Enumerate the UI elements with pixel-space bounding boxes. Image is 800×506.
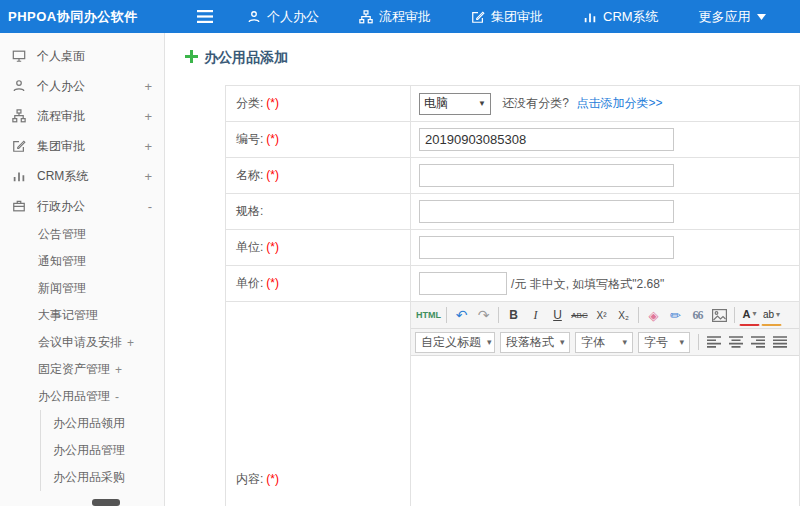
field-label-code: 编号:(*) <box>226 122 411 158</box>
category-selected-value: 电脑 <box>424 95 448 112</box>
nav-label: 更多应用 <box>699 8 751 26</box>
caret-down-icon <box>757 14 766 20</box>
expand-toggle[interactable]: + <box>144 79 152 94</box>
sidebar-item-supplies-management[interactable]: 办公用品管理 <box>41 437 164 464</box>
highlight-color-button[interactable]: ab <box>761 305 782 326</box>
sidebar-item-supplies-requisition[interactable]: 办公用品领用 <box>41 410 164 437</box>
sidebar-item-news-mgmt[interactable]: 新闻管理 <box>0 275 164 302</box>
required-marker: (*) <box>266 132 279 146</box>
sidebar-item-notice-mgmt[interactable]: 通知管理 <box>0 248 164 275</box>
font-size-select[interactable]: 字号 <box>638 332 690 353</box>
expand-toggle[interactable]: + <box>115 363 122 377</box>
nav-workflow-approval[interactable]: 流程审批 <box>359 8 431 26</box>
nav-crm-system[interactable]: CRM系统 <box>583 8 659 26</box>
superscript-button[interactable]: X² <box>591 305 612 326</box>
sidebar-item-label: 通知管理 <box>38 253 86 270</box>
font-family-select[interactable]: 字体 <box>575 332 633 353</box>
name-input[interactable] <box>419 164 674 187</box>
paragraph-format-select[interactable]: 段落格式 <box>500 332 570 353</box>
flow-icon <box>12 108 28 124</box>
sidebar-item-announcement-mgmt[interactable]: 公告管理 <box>0 221 164 248</box>
sidebar-item-label: 办公用品领用 <box>53 415 125 432</box>
align-left-icon[interactable] <box>703 332 724 353</box>
sidebar-item-label: 个人办公 <box>37 78 85 95</box>
sidebar-item-personal-desktop[interactable]: 个人桌面 <box>0 41 164 71</box>
price-input[interactable] <box>419 272 507 295</box>
field-label-name: 名称:(*) <box>226 158 411 194</box>
code-input[interactable] <box>419 128 674 151</box>
nav-personal-office[interactable]: 个人办公 <box>247 8 319 26</box>
nav-label: CRM系统 <box>603 8 659 26</box>
expand-toggle[interactable]: - <box>148 199 152 214</box>
sidebar-item-supplies-purchase[interactable]: 办公用品采购 <box>41 464 164 491</box>
category-select[interactable]: 电脑 <box>419 93 491 115</box>
sidebar-item-label: 行政办公 <box>37 198 85 215</box>
expand-toggle[interactable]: - <box>115 390 119 404</box>
sidebar-item-label: 办公用品管理 <box>53 442 125 459</box>
html-source-button[interactable]: HTML <box>415 305 442 326</box>
sidebar-item-fixed-assets-mgmt[interactable]: 固定资产管理 + <box>0 356 164 383</box>
strikethrough-button[interactable]: ABC <box>569 305 590 326</box>
editor-content[interactable] <box>411 356 799 506</box>
align-right-icon[interactable] <box>747 332 768 353</box>
expand-toggle[interactable]: + <box>144 109 152 124</box>
sidebar-item-group-approval[interactable]: 集团审批 + <box>0 131 164 161</box>
sidebar-item-crm[interactable]: CRM系统 + <box>0 161 164 191</box>
italic-button[interactable]: I <box>525 305 546 326</box>
required-marker: (*) <box>266 472 279 486</box>
editor-toolbar-row2: 自定义标题 段落格式 字体 字号 <box>411 329 799 356</box>
form-row-spec: 规格: <box>226 194 800 230</box>
office-supplies-submenu: 办公用品领用 办公用品管理 办公用品采购 <box>40 410 164 491</box>
sidebar-item-meeting-mgmt[interactable]: 会议申请及安排 + <box>0 329 164 356</box>
app-logo: PHPOA协同办公软件 <box>0 8 165 26</box>
scrollbar-thumb[interactable] <box>92 499 120 506</box>
expand-toggle[interactable]: + <box>144 139 152 154</box>
format-brush-icon[interactable]: ✏ <box>665 305 686 326</box>
spec-input[interactable] <box>419 200 674 223</box>
sidebar-item-label: 个人桌面 <box>37 48 85 65</box>
sidebar-item-workflow-approval[interactable]: 流程审批 + <box>0 101 164 131</box>
edit-icon <box>12 138 28 154</box>
sidebar-item-label: 办公用品采购 <box>53 469 125 486</box>
underline-button[interactable]: U <box>547 305 568 326</box>
category-hint: 还没有分类? <box>502 96 569 110</box>
desktop-icon <box>12 48 28 64</box>
nav-label: 流程审批 <box>379 8 431 26</box>
undo-icon[interactable]: ↶ <box>451 305 472 326</box>
sidebar-item-events-mgmt[interactable]: 大事记管理 <box>0 302 164 329</box>
insert-image-icon[interactable] <box>709 305 730 326</box>
custom-heading-select[interactable]: 自定义标题 <box>415 332 495 353</box>
align-justify-icon[interactable] <box>769 332 790 353</box>
required-marker: (*) <box>266 168 279 182</box>
subscript-button[interactable]: X₂ <box>613 305 634 326</box>
field-label-category: 分类:(*) <box>226 86 411 122</box>
nav-group-approval[interactable]: 集团审批 <box>471 8 543 26</box>
nav-more-apps[interactable]: 更多应用 <box>699 8 766 26</box>
field-label-unit: 单位:(*) <box>226 230 411 266</box>
sidebar-item-office-supplies-mgmt[interactable]: 办公用品管理 - <box>0 383 164 410</box>
supply-add-form: 分类:(*) 电脑 还没有分类? 点击添加分类>> 编号:(*) 名称:(*) <box>225 85 800 506</box>
flow-icon <box>359 10 373 24</box>
blockquote-icon[interactable]: 66 <box>687 305 708 326</box>
bar-chart-icon <box>583 10 597 24</box>
expand-toggle[interactable]: + <box>127 336 134 350</box>
bar-chart-icon <box>12 168 28 184</box>
sidebar-item-admin-office[interactable]: 行政办公 - <box>0 191 164 221</box>
add-category-link[interactable]: 点击添加分类>> <box>576 96 662 110</box>
unit-input[interactable] <box>419 236 674 259</box>
bold-button[interactable]: B <box>503 305 524 326</box>
toolbar-separator <box>446 307 447 323</box>
sidebar-item-personal-office[interactable]: 个人办公 + <box>0 71 164 101</box>
hamburger-menu-icon[interactable] <box>197 10 213 23</box>
font-color-button[interactable]: A <box>739 305 760 326</box>
expand-toggle[interactable]: + <box>144 169 152 184</box>
remove-format-icon[interactable]: ◈ <box>643 305 664 326</box>
sidebar-item-label: CRM系统 <box>37 168 88 185</box>
align-center-icon[interactable] <box>725 332 746 353</box>
form-row-unit: 单位:(*) <box>226 230 800 266</box>
nav-label: 集团审批 <box>491 8 543 26</box>
sidebar: 个人桌面 个人办公 + 流程审批 + 集团审批 + CRM系统 + 行政办公 - <box>0 33 165 506</box>
redo-icon[interactable]: ↷ <box>473 305 494 326</box>
topbar: PHPOA协同办公软件 个人办公 流程审批 集团审批 CRM系统 更多应用 <box>0 0 800 33</box>
price-format-hint: /元 非中文, 如填写格式"2.68" <box>511 277 664 291</box>
